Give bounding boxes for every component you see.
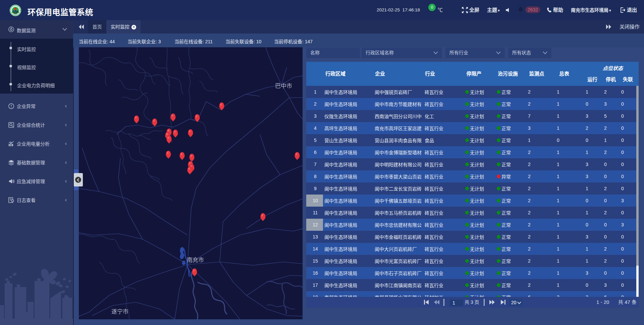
svg-text:遂宁市: 遂宁市: [111, 309, 128, 315]
svg-text:南充市: 南充市: [187, 257, 204, 263]
svg-text:巴中市: 巴中市: [275, 83, 292, 89]
